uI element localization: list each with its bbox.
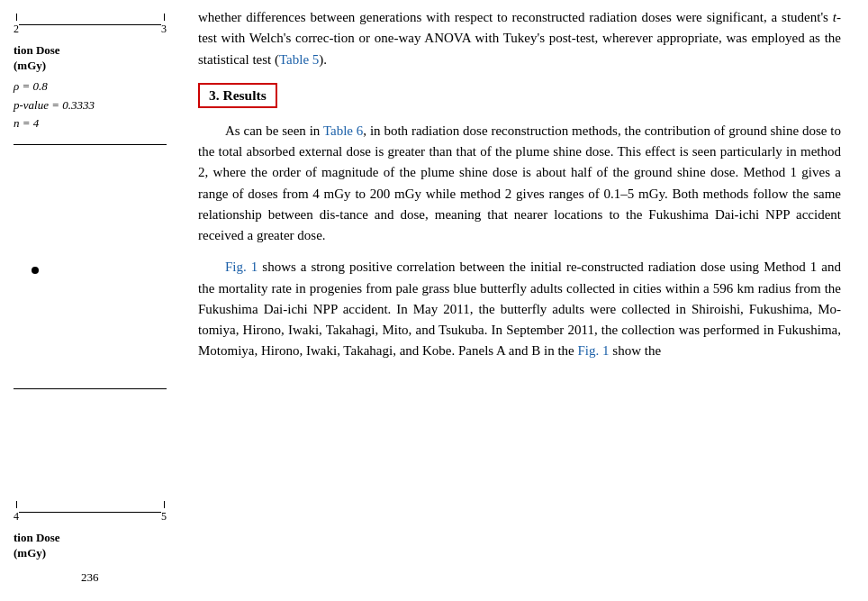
axis-label-line1: tion Dose [14, 43, 60, 57]
main-content: whether differences between generations … [176, 0, 868, 601]
results-para1: As can be seen in Table 6, in both radia… [198, 121, 841, 247]
para2-end: show the [610, 343, 662, 358]
divider-line-bottom [14, 388, 167, 389]
tick-5: 5 [161, 501, 167, 524]
p-value: p-value = 0.3333 [14, 96, 167, 115]
n-value: n = 4 [14, 114, 167, 133]
fig1-link-1[interactable]: Fig. 1 [225, 260, 258, 274]
dot-container [14, 267, 167, 274]
para2-text: shows a strong positive correlation betw… [198, 260, 841, 358]
divider-line-top [14, 144, 167, 145]
tick-3: 3 [161, 14, 167, 36]
axis-label-line2: (mGy) [14, 59, 46, 72]
h-line-top [19, 24, 161, 25]
axis-label-bottom-line1: tion Dose [14, 531, 60, 544]
tick-label-3: 3 [161, 23, 167, 36]
intro-paragraph: whether differences between generations … [198, 7, 841, 70]
axis-ruler-top: 2 3 [14, 14, 167, 36]
results-para2: Fig. 1 shows a strong positive correlati… [198, 257, 841, 361]
h-line-bottom [19, 512, 161, 513]
table6-link[interactable]: Table 6 [323, 123, 363, 138]
axis-label-bottom: tion Dose (mGy) [14, 531, 167, 561]
stats-block: ρ = 0.8 p-value = 0.3333 n = 4 [14, 77, 167, 133]
data-dot [32, 267, 39, 274]
page-container: 2 3 tion Dose (mGy) ρ = 0.8 p-value = 0.… [0, 0, 868, 601]
para1-start: As can be seen in [225, 123, 323, 138]
intro-text-end: ). [319, 52, 327, 67]
axis-label-top: tion Dose (mGy) [14, 43, 167, 74]
tick-label-5: 5 [161, 510, 167, 524]
axis-ruler-bottom: 4 5 [14, 501, 167, 524]
figure-bottom: 4 5 tion Dose (mGy) [14, 501, 167, 565]
table5-link[interactable]: Table 5 [279, 52, 319, 67]
intro-text-1: whether differences between generations … [198, 10, 833, 24]
rho-value: ρ = 0.8 [14, 77, 167, 96]
fig1-link-2[interactable]: Fig. 1 [578, 343, 610, 358]
para1-text: , in both radiation dose reconstruction … [198, 123, 841, 242]
page-number: 236 [81, 570, 99, 585]
section-heading: 3. Results [198, 83, 277, 108]
figure-top: 2 3 tion Dose (mGy) ρ = 0.8 p-value = 0.… [14, 14, 167, 152]
left-panel: 2 3 tion Dose (mGy) ρ = 0.8 p-value = 0.… [0, 0, 176, 601]
axis-label-bottom-line2: (mGy) [14, 546, 46, 560]
